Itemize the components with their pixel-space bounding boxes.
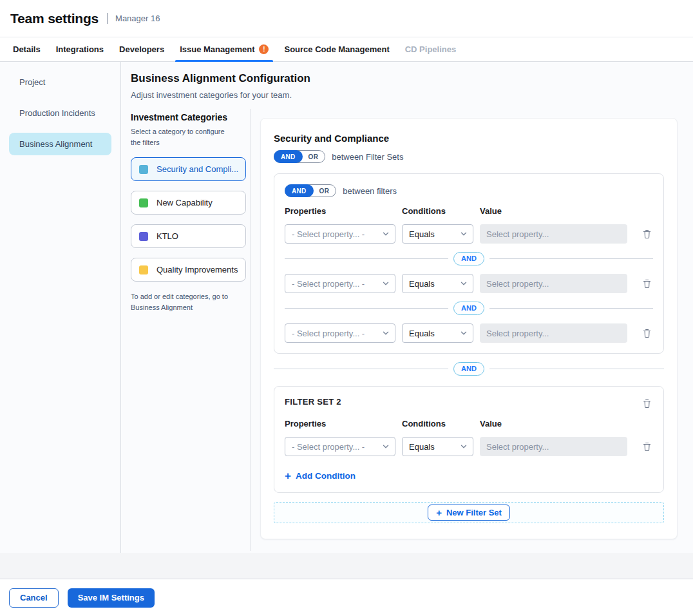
page-title: Team settings bbox=[10, 11, 99, 26]
settings-sidebar: Project Production Incidents Business Al… bbox=[0, 62, 121, 553]
and-separator: AND bbox=[285, 302, 653, 315]
value-input[interactable] bbox=[480, 437, 627, 456]
trash-icon bbox=[642, 278, 652, 289]
category-button-security-and-compliance[interactable]: Security and Compli... bbox=[131, 157, 246, 181]
trash-icon bbox=[642, 229, 652, 239]
filter-panel-column: Security and Compliance AND OR between F… bbox=[251, 109, 693, 551]
filter-panel: Security and Compliance AND OR between F… bbox=[260, 118, 678, 539]
property-select[interactable]: - Select property... - bbox=[285, 437, 395, 456]
categories-footnote: To add or edit categories, go to Busines… bbox=[131, 291, 242, 313]
property-select[interactable]: - Select property... - bbox=[285, 323, 395, 343]
filter-row: - Select property... - Equals bbox=[285, 323, 653, 343]
investment-categories-column: Investment Categories Select a category … bbox=[131, 109, 251, 551]
content-area: Project Production Incidents Business Al… bbox=[0, 62, 693, 553]
category-color-swatch bbox=[139, 198, 148, 207]
tab-bar: Details Integrations Developers Issue Ma… bbox=[0, 37, 693, 62]
footer-spacer bbox=[0, 553, 693, 579]
tab-cd-pipelines: CD Pipelines bbox=[397, 37, 464, 61]
category-button-quality-improvements[interactable]: Quality Improvements bbox=[131, 258, 246, 282]
category-button-ktlo[interactable]: KTLO bbox=[131, 224, 246, 248]
toggle-and-option[interactable]: AND bbox=[285, 184, 314, 197]
value-input[interactable] bbox=[480, 224, 627, 244]
tab-details[interactable]: Details bbox=[5, 37, 48, 61]
value-header: Value bbox=[480, 206, 627, 216]
trash-icon bbox=[642, 328, 652, 338]
add-condition-button[interactable]: + Add Condition bbox=[285, 470, 356, 481]
section-subtitle: Adjust investment categories for your te… bbox=[131, 90, 693, 100]
filter-set-1: AND OR between filters Properties Condit… bbox=[274, 173, 664, 354]
category-label: New Capability bbox=[157, 198, 213, 207]
chevron-down-icon bbox=[382, 329, 390, 337]
filter-row: - Select property... - Equals bbox=[285, 437, 653, 456]
tab-developers[interactable]: Developers bbox=[111, 37, 172, 61]
value-input[interactable] bbox=[480, 323, 627, 343]
sidebar-item-business-alignment[interactable]: Business Alignment bbox=[9, 133, 111, 155]
sidebar-item-production-incidents[interactable]: Production Incidents bbox=[9, 102, 111, 124]
toggle-and-option[interactable]: AND bbox=[274, 150, 303, 163]
new-filter-set-button[interactable]: + New Filter Set bbox=[428, 505, 510, 521]
filter-column-headers: Properties Conditions Value bbox=[285, 419, 653, 428]
property-select[interactable]: - Select property... - bbox=[285, 224, 395, 244]
value-input[interactable] bbox=[480, 274, 627, 293]
tab-source-code-management[interactable]: Source Code Management bbox=[276, 37, 397, 61]
delete-filter-button[interactable] bbox=[641, 440, 653, 453]
chevron-down-icon bbox=[382, 280, 390, 287]
cancel-button[interactable]: Cancel bbox=[9, 588, 59, 608]
category-label: Security and Compli... bbox=[157, 164, 238, 174]
chevron-down-icon bbox=[460, 230, 468, 238]
chevron-down-icon bbox=[460, 329, 468, 337]
footer-actions: Cancel Save IM Settings bbox=[0, 579, 693, 616]
warning-icon: ! bbox=[259, 44, 269, 54]
and-connector-pill: AND bbox=[453, 302, 484, 315]
trash-icon bbox=[642, 441, 652, 452]
toggle-or-option[interactable]: OR bbox=[313, 188, 336, 195]
between-filter-sets-label: between Filter Sets bbox=[332, 152, 403, 162]
delete-filter-button[interactable] bbox=[641, 227, 653, 240]
and-separator-between-sets: AND bbox=[274, 362, 664, 376]
properties-header: Properties bbox=[285, 206, 395, 216]
and-or-toggle-filter-sets[interactable]: AND OR bbox=[274, 150, 325, 163]
and-connector-pill: AND bbox=[453, 362, 484, 376]
plus-icon: + bbox=[285, 470, 291, 481]
delete-filter-set-button[interactable] bbox=[641, 397, 653, 410]
categories-title: Investment Categories bbox=[131, 112, 244, 122]
plus-icon: + bbox=[436, 508, 442, 517]
category-label: Quality Improvements bbox=[157, 265, 238, 274]
condition-select[interactable]: Equals bbox=[402, 224, 473, 244]
tab-issue-management[interactable]: Issue Management ! bbox=[172, 37, 276, 61]
save-im-settings-button[interactable]: Save IM Settings bbox=[68, 588, 155, 608]
conditions-header: Conditions bbox=[402, 419, 473, 428]
filter-row: - Select property... - Equals bbox=[285, 274, 653, 293]
chevron-down-icon bbox=[382, 230, 390, 238]
delete-filter-button[interactable] bbox=[641, 277, 653, 290]
toggle-or-option[interactable]: OR bbox=[302, 153, 325, 160]
categories-description: Select a category to configure the filte… bbox=[131, 126, 235, 148]
header-context: Manager 16 bbox=[115, 14, 160, 23]
value-header: Value bbox=[480, 419, 627, 428]
conditions-header: Conditions bbox=[402, 206, 473, 216]
trash-icon bbox=[642, 398, 652, 409]
properties-header: Properties bbox=[285, 419, 395, 428]
filter-row: - Select property... - Equals bbox=[285, 224, 653, 244]
new-filter-set-zone: + New Filter Set bbox=[274, 502, 664, 523]
condition-select[interactable]: Equals bbox=[402, 437, 473, 456]
category-color-swatch bbox=[139, 165, 148, 174]
tab-integrations[interactable]: Integrations bbox=[48, 37, 111, 61]
category-color-swatch bbox=[139, 265, 148, 274]
condition-select[interactable]: Equals bbox=[402, 323, 473, 343]
chevron-down-icon bbox=[460, 280, 468, 287]
and-or-toggle-filters[interactable]: AND OR bbox=[285, 184, 336, 197]
delete-filter-button[interactable] bbox=[641, 327, 653, 340]
header: Team settings Manager 16 bbox=[0, 0, 693, 37]
filter-panel-title: Security and Compliance bbox=[274, 133, 664, 144]
filter-set-2: FILTER SET 2 Properties Conditions Value bbox=[274, 386, 664, 493]
property-select[interactable]: - Select property... - bbox=[285, 274, 395, 293]
and-connector-pill: AND bbox=[453, 252, 484, 265]
sidebar-item-project[interactable]: Project bbox=[9, 71, 111, 93]
category-button-new-capability[interactable]: New Capability bbox=[131, 191, 246, 215]
condition-select[interactable]: Equals bbox=[402, 274, 473, 293]
chevron-down-icon bbox=[382, 443, 390, 450]
category-label: KTLO bbox=[157, 231, 178, 241]
between-filters-label: between filters bbox=[343, 186, 397, 196]
filter-set-2-title: FILTER SET 2 bbox=[285, 397, 341, 407]
